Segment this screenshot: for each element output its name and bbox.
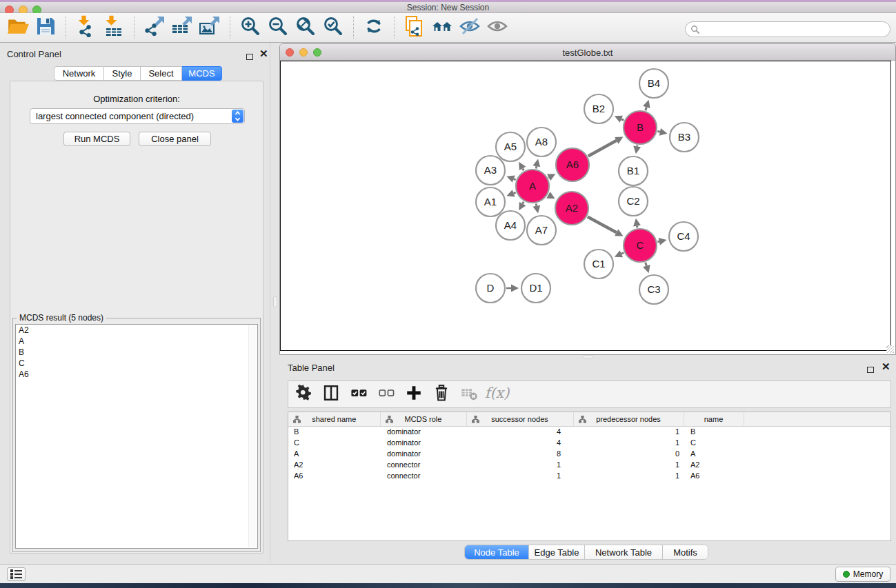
tab-motifs[interactable]: Motifs xyxy=(663,545,708,559)
export-network-button[interactable] xyxy=(141,14,168,41)
graph-node-A3[interactable]: A3 xyxy=(476,156,505,185)
import-network-from-file-button[interactable] xyxy=(72,14,100,41)
table-cell[interactable]: C xyxy=(684,437,744,448)
table-cell[interactable]: 4 xyxy=(466,437,573,448)
panel-chooser-button[interactable] xyxy=(7,567,26,581)
graph-node-D[interactable]: D xyxy=(476,274,505,303)
column-header-MCDS-role[interactable]: MCDS role xyxy=(380,412,466,426)
column-header-predecessor-nodes[interactable]: predecessor nodes xyxy=(573,412,684,426)
table-cell[interactable]: 8 xyxy=(466,448,573,459)
graph-node-B1[interactable]: B1 xyxy=(619,156,648,185)
mcds-result-item[interactable]: A xyxy=(16,336,257,347)
tab-style[interactable]: Style xyxy=(104,66,141,81)
control-panel-float-icon[interactable] xyxy=(246,50,253,63)
graph-node-B[interactable]: B xyxy=(624,111,657,144)
table-cell[interactable]: 4 xyxy=(466,426,573,437)
export-image-button[interactable] xyxy=(196,14,223,41)
table-cell[interactable]: 1 xyxy=(573,459,684,470)
close-panel-button[interactable]: Close panel xyxy=(139,132,211,146)
table-cell[interactable]: dominator xyxy=(380,426,466,437)
mcds-result-item[interactable]: B xyxy=(16,347,257,358)
graph-node-B2[interactable]: B2 xyxy=(584,94,613,123)
graph-node-A8[interactable]: A8 xyxy=(527,128,556,156)
graph-edge-C-C2[interactable] xyxy=(633,219,641,228)
table-cell[interactable]: A6 xyxy=(288,470,380,481)
delete-table-button[interactable] xyxy=(459,384,479,405)
table-cell[interactable]: 1 xyxy=(573,470,684,481)
tab-node-table[interactable]: Node Table xyxy=(465,545,529,559)
table-cell[interactable]: B xyxy=(288,426,380,437)
table-cell[interactable]: 1 xyxy=(573,437,684,448)
table-panel-float-icon[interactable] xyxy=(867,363,874,376)
table-cell[interactable]: connector xyxy=(380,470,466,481)
graph-node-A5[interactable]: A5 xyxy=(496,132,525,161)
graph-node-B4[interactable]: B4 xyxy=(639,69,668,98)
graph-node-A2[interactable]: A2 xyxy=(555,192,588,225)
show-all-button[interactable] xyxy=(484,14,511,41)
tab-network[interactable]: Network xyxy=(54,66,104,81)
search-input[interactable] xyxy=(703,23,890,36)
graph-edge-D-D1[interactable] xyxy=(506,285,519,292)
graph-node-A7[interactable]: A7 xyxy=(527,216,556,245)
column-header-successor-nodes[interactable]: successor nodes xyxy=(466,412,573,426)
unselect-all-columns-button[interactable] xyxy=(377,384,396,405)
export-table-button[interactable] xyxy=(168,14,196,41)
table-row[interactable]: A6connector11A6 xyxy=(288,470,890,481)
save-session-button[interactable] xyxy=(32,14,59,41)
graph-node-C3[interactable]: C3 xyxy=(639,275,668,304)
table-cell[interactable]: C xyxy=(288,437,380,448)
zoom-selected-region-button[interactable] xyxy=(319,14,347,41)
table-cell[interactable]: A xyxy=(684,448,744,459)
horizontal-splitter-handle[interactable] xyxy=(582,355,593,358)
table-cell[interactable]: 1 xyxy=(573,426,684,437)
graph-edge-C-C1[interactable] xyxy=(615,250,624,257)
search-box[interactable] xyxy=(685,21,890,37)
table-cell[interactable]: A xyxy=(288,448,380,459)
create-new-column-button[interactable] xyxy=(404,384,424,405)
table-cell[interactable]: B xyxy=(684,426,744,437)
control-panel-close-icon[interactable]: ✕ xyxy=(259,50,268,57)
graph-edge-A-A5[interactable] xyxy=(519,162,526,171)
first-neighbors-of-selected-button[interactable] xyxy=(428,14,456,41)
graph-node-C4[interactable]: C4 xyxy=(669,222,698,251)
table-settings-button[interactable] xyxy=(294,384,313,405)
table-cell[interactable]: 1 xyxy=(466,459,573,470)
table-cell[interactable]: dominator xyxy=(380,437,466,448)
mcds-result-item[interactable]: C xyxy=(16,358,257,369)
graph-edge-A2-C[interactable] xyxy=(588,216,624,236)
network-canvas[interactable]: B4B2BB3A8A5A6A3B1AA1C2A2A4A7C4CC1C3DD1 xyxy=(280,61,891,351)
table-cell[interactable]: A2 xyxy=(684,459,744,470)
function-builder-button[interactable]: f(x) xyxy=(487,384,506,405)
mcds-list-scrollbar[interactable] xyxy=(248,325,257,547)
table-row[interactable]: Cdominator41C xyxy=(288,437,890,448)
mcds-result-list[interactable]: A2ABCA6 xyxy=(15,324,258,549)
graph-edge-A-A8[interactable] xyxy=(532,159,540,168)
column-header-name[interactable]: name xyxy=(684,412,744,426)
zoom-in-button[interactable] xyxy=(237,14,264,41)
graph-node-B3[interactable]: B3 xyxy=(670,123,699,152)
hide-selected-button[interactable] xyxy=(456,14,484,41)
graph-node-A[interactable]: A xyxy=(516,170,549,203)
select-all-columns-button[interactable] xyxy=(349,384,368,405)
graph-edge-A6-B[interactable] xyxy=(588,137,624,156)
network-graph[interactable]: B4B2BB3A8A5A6A3B1AA1C2A2A4A7C4CC1C3DD1 xyxy=(281,61,890,350)
table-cell[interactable]: dominator xyxy=(380,448,466,459)
graph-node-C1[interactable]: C1 xyxy=(584,250,613,278)
graph-node-C[interactable]: C xyxy=(624,229,657,262)
tab-edge-table[interactable]: Edge Table xyxy=(529,545,585,559)
memory-button[interactable]: Memory xyxy=(835,567,890,582)
graph-edge-A-A3[interactable] xyxy=(506,176,515,183)
new-network-from-selection-button[interactable] xyxy=(401,14,428,41)
run-mcds-button[interactable]: Run MCDS xyxy=(63,132,130,146)
table-cell[interactable]: 1 xyxy=(466,470,573,481)
table-row[interactable]: Adominator80A xyxy=(288,448,890,459)
table-row[interactable]: A2connector11A2 xyxy=(288,459,890,470)
vertical-splitter-handle[interactable] xyxy=(273,296,277,307)
table-cell[interactable]: A2 xyxy=(288,459,380,470)
show-columns-button[interactable] xyxy=(321,384,341,405)
refresh-network-view-button[interactable] xyxy=(360,14,388,41)
graph-node-A4[interactable]: A4 xyxy=(496,211,525,240)
graph-node-D1[interactable]: D1 xyxy=(521,274,550,303)
graph-edge-B-B1[interactable] xyxy=(633,145,641,154)
table-cell[interactable]: 0 xyxy=(573,448,684,459)
